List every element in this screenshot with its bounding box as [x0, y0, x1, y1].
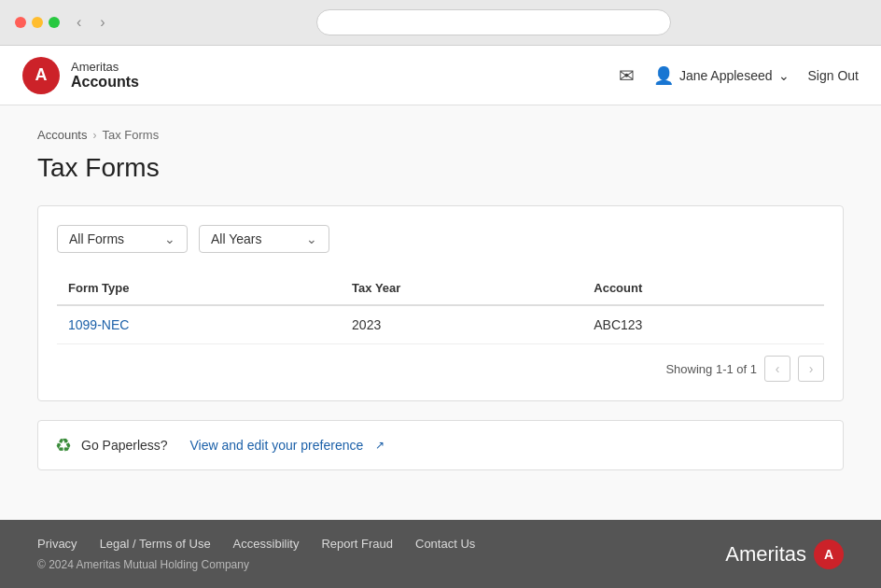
footer-link[interactable]: Contact Us	[415, 537, 475, 551]
year-filter-label: All Years	[211, 231, 261, 246]
back-button[interactable]: ‹	[71, 12, 87, 33]
paperless-banner: ♻ Go Paperless? View and edit your prefe…	[37, 420, 844, 470]
form-type-filter-label: All Forms	[69, 231, 124, 246]
footer-link[interactable]: Legal / Terms of Use	[100, 537, 211, 551]
main-content: Accounts › Tax Forms Tax Forms All Forms…	[0, 105, 881, 520]
footer-link[interactable]: Privacy	[37, 537, 77, 551]
breadcrumb-current: Tax Forms	[102, 128, 159, 142]
header: A Ameritas Accounts ✉ 👤 Jane Appleseed ⌄…	[0, 46, 881, 105]
tax-forms-card: All Forms ⌄ All Years ⌄ Form Type Tax Ye…	[37, 205, 844, 401]
dot-yellow[interactable]	[32, 17, 43, 28]
forward-button[interactable]: ›	[94, 12, 110, 33]
tax-forms-table: Form Type Tax Year Account 1099-NEC 2023…	[57, 272, 824, 344]
chevron-down-icon: ⌄	[778, 68, 790, 83]
brand-name: Ameritas	[71, 60, 139, 74]
header-right: ✉ 👤 Jane Appleseed ⌄ Sign Out	[619, 64, 859, 87]
header-left: A Ameritas Accounts	[22, 57, 139, 94]
footer: PrivacyLegal / Terms of UseAccessibility…	[0, 520, 881, 588]
col-tax-year: Tax Year	[341, 272, 582, 305]
footer-link[interactable]: Accessibility	[233, 537, 300, 551]
table-body: 1099-NEC 2023 ABC123	[57, 305, 824, 344]
footer-inner: PrivacyLegal / Terms of UseAccessibility…	[37, 537, 844, 571]
browser-dots	[15, 17, 60, 28]
year-filter[interactable]: All Years ⌄	[199, 225, 329, 253]
app: A Ameritas Accounts ✉ 👤 Jane Appleseed ⌄…	[0, 46, 881, 588]
footer-brand: Ameritas A	[725, 539, 844, 569]
pagination: Showing 1-1 of 1 ‹ ›	[57, 344, 824, 382]
form-type-filter[interactable]: All Forms ⌄	[57, 225, 188, 253]
brand-text: Ameritas Accounts	[71, 60, 139, 91]
chevron-down-icon: ⌄	[164, 231, 175, 246]
cell-tax-year: 2023	[341, 305, 582, 344]
breadcrumb-separator: ›	[92, 129, 96, 142]
sign-out-button[interactable]: Sign Out	[808, 68, 859, 83]
user-menu[interactable]: 👤 Jane Appleseed ⌄	[653, 65, 790, 86]
paperless-text: Go Paperless?	[81, 438, 168, 453]
mail-icon[interactable]: ✉	[619, 64, 635, 87]
col-form-type: Form Type	[57, 272, 341, 305]
footer-brand-name: Ameritas	[725, 542, 806, 567]
next-page-button[interactable]: ›	[798, 356, 824, 382]
breadcrumb: Accounts › Tax Forms	[37, 128, 844, 142]
chevron-down-icon: ⌄	[306, 231, 317, 246]
user-icon: 👤	[653, 65, 674, 86]
cell-form-type: 1099-NEC	[57, 305, 341, 344]
browser-nav: ‹ ›	[71, 12, 111, 33]
brand-sub: Accounts	[71, 74, 139, 91]
footer-links: PrivacyLegal / Terms of UseAccessibility…	[37, 537, 475, 551]
dot-red[interactable]	[15, 17, 26, 28]
col-account: Account	[582, 272, 824, 305]
cell-account: ABC123	[582, 305, 824, 344]
footer-logo-icon: A	[814, 539, 844, 569]
paperless-link[interactable]: View and edit your preference	[190, 438, 364, 453]
leaf-icon: ♻	[55, 434, 72, 456]
page-title: Tax Forms	[37, 153, 844, 183]
logo-icon: A	[22, 57, 60, 94]
footer-copyright: © 2024 Ameritas Mutual Holding Company	[37, 558, 475, 571]
form-type-link[interactable]: 1099-NEC	[68, 317, 129, 332]
dot-green[interactable]	[49, 17, 60, 28]
address-bar[interactable]	[316, 9, 671, 35]
table-row: 1099-NEC 2023 ABC123	[57, 305, 824, 344]
browser-chrome: ‹ ›	[0, 0, 881, 46]
pagination-text: Showing 1-1 of 1	[665, 362, 757, 376]
filters: All Forms ⌄ All Years ⌄	[57, 225, 824, 253]
footer-link[interactable]: Report Fraud	[321, 537, 393, 551]
user-name: Jane Appleseed	[679, 68, 773, 83]
breadcrumb-root[interactable]: Accounts	[37, 128, 87, 142]
external-link-icon: ↗	[375, 439, 385, 452]
prev-page-button[interactable]: ‹	[764, 356, 790, 382]
table-header: Form Type Tax Year Account	[57, 272, 824, 305]
footer-left: PrivacyLegal / Terms of UseAccessibility…	[37, 537, 475, 571]
